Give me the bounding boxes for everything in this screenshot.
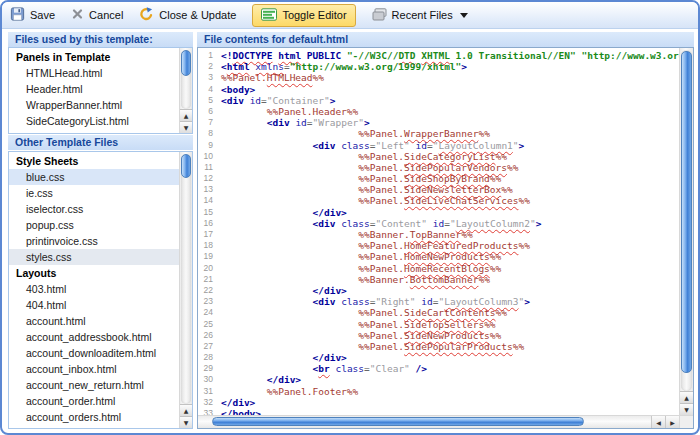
refresh-arrow-icon <box>139 7 154 23</box>
code-token: id <box>433 218 444 229</box>
panel-file-item[interactable]: SideCategoryList.html <box>9 113 179 129</box>
style-sheet-item[interactable]: popup.css <box>9 217 179 233</box>
code-token: BottomBanner <box>410 274 479 285</box>
code-token: XHTML <box>421 50 450 61</box>
layout-file-item[interactable]: account_order.html <box>9 393 179 409</box>
line-number: 2 <box>198 61 213 72</box>
code-token: HomeRecentBlogs <box>404 263 490 274</box>
code-token: %%Panel. <box>358 184 404 195</box>
scroll-down-button[interactable]: ▼ <box>680 403 693 415</box>
scroll-up-button[interactable]: ▲ <box>680 391 693 403</box>
line-number: 10 <box>198 151 213 162</box>
scroll-down-button[interactable]: ▼ <box>180 416 192 428</box>
style-sheet-item[interactable]: ie.css <box>9 185 179 201</box>
code-token: </div> <box>313 285 347 296</box>
layout-file-item[interactable]: 404.html <box>9 297 179 313</box>
panel-file-item[interactable]: HTMLHead.html <box>9 65 179 81</box>
code-line: 6 %%Panel.Header%% <box>198 106 679 117</box>
other-files-scrollbar[interactable]: ▲ ▼ <box>179 152 192 428</box>
scrollbar-thumb[interactable] <box>681 51 692 373</box>
code-token: id <box>421 296 432 307</box>
editor-horizontal-scrollbar[interactable]: ◀ ▶ <box>198 415 679 428</box>
scroll-right-button[interactable]: ▶ <box>665 416 679 428</box>
panels-scrollbar[interactable]: ▲ ▼ <box>179 48 192 133</box>
scroll-up-button[interactable]: ▲ <box>180 109 192 121</box>
scrollbar-thumb[interactable] <box>181 154 191 178</box>
line-number: 31 <box>198 386 213 397</box>
code-line: 26 %%Panel.SideNewProducts%% <box>198 330 679 341</box>
code-line: 33</body> <box>198 408 679 415</box>
code-token: html <box>227 61 250 72</box>
toggle-editor-label: Toggle Editor <box>282 9 346 21</box>
recent-files-label: Recent Files <box>392 9 453 21</box>
line-number: 21 <box>198 274 213 285</box>
code-token: TopBanner <box>410 229 461 240</box>
code-token: SideShopByBrand <box>404 173 490 184</box>
style-sheet-item[interactable]: printinvoice.css <box>9 233 179 249</box>
code-token: "Wrapper" <box>313 117 364 128</box>
code-token: %%Panel. <box>358 263 404 274</box>
code-line: 10 %%Panel.SideCategoryList%% <box>198 151 679 162</box>
editor-vertical-scrollbar[interactable]: ▲ ▼ <box>679 48 693 415</box>
code-line: 17 %%Banner.TopBanner%% <box>198 229 679 240</box>
code-token: %% <box>490 330 501 341</box>
panel-file-item[interactable]: Header.html <box>9 81 179 97</box>
code-token: %% <box>513 341 524 352</box>
line-number: 15 <box>198 207 213 218</box>
code-area[interactable]: 1<!DOCTYPE html PUBLIC "-//W3C//DTD XHTM… <box>198 48 679 415</box>
code-token: DOCTYPE <box>232 50 272 61</box>
code-token: > <box>364 117 370 128</box>
scroll-up-button[interactable]: ▲ <box>180 404 192 416</box>
line-number: 24 <box>198 307 213 318</box>
code-token: SideTopSellers <box>404 319 484 330</box>
panel-file-item[interactable]: SidePopularVendors.html <box>9 129 179 133</box>
layout-file-item[interactable]: account.html <box>9 313 179 329</box>
scroll-down-button[interactable]: ▼ <box>180 121 192 133</box>
code-token: > <box>461 61 467 72</box>
code-token: %% <box>507 162 518 173</box>
style-sheet-item[interactable]: styles.css <box>9 249 179 265</box>
scrollbar-thumb[interactable] <box>181 50 191 76</box>
layout-file-item[interactable]: account_addressbook.html <box>9 329 179 345</box>
code-line: 2<html xmlns="http://www.w3.org/1999/xht… <box>198 61 679 72</box>
code-token: DTD <box>398 50 415 61</box>
code-token: WrapperBanner <box>404 128 478 139</box>
code-token: html <box>278 50 301 61</box>
scroll-left-button[interactable]: ◀ <box>651 416 665 428</box>
layout-file-item[interactable]: account_orders.html <box>9 409 179 425</box>
layout-file-item[interactable]: account_downloaditem.html <box>9 345 179 361</box>
indent <box>221 363 313 374</box>
cancel-button[interactable]: Cancel <box>71 8 123 22</box>
code-token: </div> <box>313 352 347 363</box>
layout-file-item[interactable]: 403.html <box>9 281 179 297</box>
code-line: 1<!DOCTYPE html PUBLIC "-//W3C//DTD XHTM… <box>198 50 679 61</box>
line-number: 4 <box>198 84 213 95</box>
style-sheet-item[interactable]: blue.css <box>9 169 179 185</box>
indent <box>221 117 267 128</box>
code-line: 32</div> <box>198 397 679 408</box>
layout-file-item[interactable]: account_orderstatus.html <box>9 425 179 428</box>
panels-in-template-title: Panels in Template <box>9 49 179 65</box>
code-token: xmlns <box>255 61 284 72</box>
code-line: 16 <div class="Content" id="LayoutColumn… <box>198 218 679 229</box>
layout-file-item[interactable]: account_inbox.html <box>9 361 179 377</box>
toggle-editor-button[interactable]: Toggle Editor <box>252 4 355 27</box>
code-token: SideCategoryList <box>404 151 496 162</box>
code-line: 30 </div> <box>198 374 679 385</box>
code-token: %% <box>518 240 529 251</box>
close-update-button[interactable]: Close & Update <box>139 7 236 23</box>
code-line: 20 %%Panel.HomeRecentBlogs%% <box>198 263 679 274</box>
layout-file-item[interactable]: account_new_return.html <box>9 377 179 393</box>
indent <box>221 263 358 274</box>
other-template-files-header: Other Template Files <box>8 135 193 150</box>
code-token: class <box>335 363 364 374</box>
line-number: 28 <box>198 352 213 363</box>
scrollbar-thumb[interactable] <box>212 417 584 426</box>
save-button[interactable]: Save <box>10 7 55 23</box>
line-number: 18 <box>198 240 213 251</box>
recent-files-button[interactable]: Recent Files <box>372 8 468 23</box>
code-token: </div> <box>221 397 255 408</box>
indent <box>221 195 358 206</box>
style-sheet-item[interactable]: iselector.css <box>9 201 179 217</box>
panel-file-item[interactable]: WrapperBanner.html <box>9 97 179 113</box>
